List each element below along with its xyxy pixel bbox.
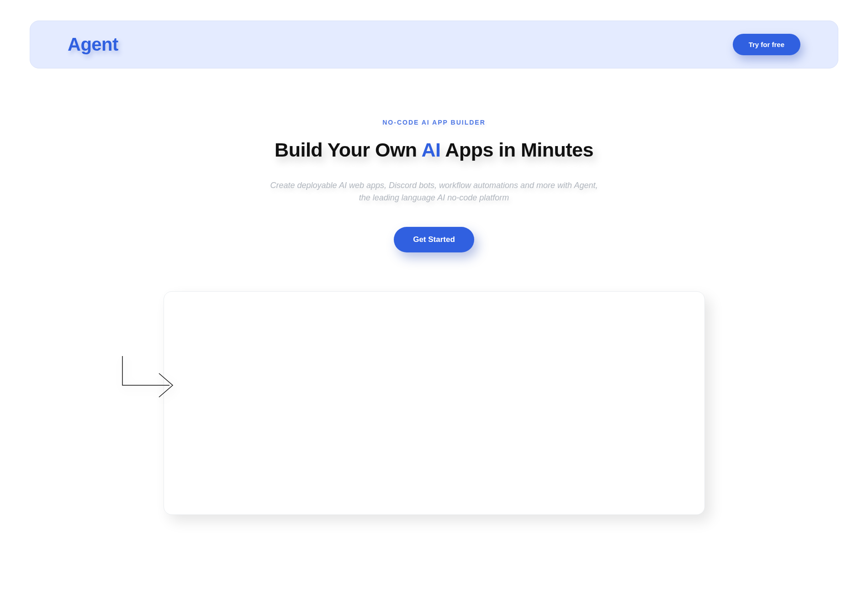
arrow-decoration-icon [120,355,182,403]
hero-section: NO-CODE AI APP BUILDER Build Your Own AI… [0,119,868,515]
hero-eyebrow: NO-CODE AI APP BUILDER [0,119,868,126]
preview-wrapper [164,291,705,515]
headline-accent: AI [421,139,440,161]
hero-subheadline: Create deployable AI web apps, Discord b… [270,179,598,204]
header-bar: Agent Try for free [30,21,838,68]
preview-card [164,291,705,515]
logo[interactable]: Agent [68,34,118,55]
try-for-free-button[interactable]: Try for free [733,34,800,55]
headline-text-pre: Build Your Own [275,139,421,161]
get-started-button[interactable]: Get Started [394,227,474,252]
hero-headline: Build Your Own AI Apps in Minutes [0,139,868,161]
headline-text-post: Apps in Minutes [440,139,593,161]
